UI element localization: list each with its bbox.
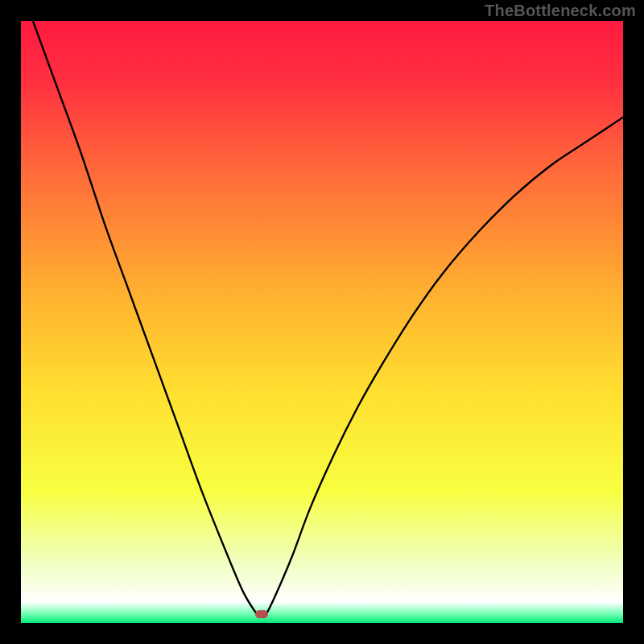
plot-area xyxy=(21,21,623,623)
minimum-marker xyxy=(255,610,268,618)
watermark-text: TheBottleneck.com xyxy=(485,2,636,20)
chart-frame: TheBottleneck.com xyxy=(0,0,644,644)
gradient-background xyxy=(21,21,623,623)
chart-svg xyxy=(21,21,623,623)
